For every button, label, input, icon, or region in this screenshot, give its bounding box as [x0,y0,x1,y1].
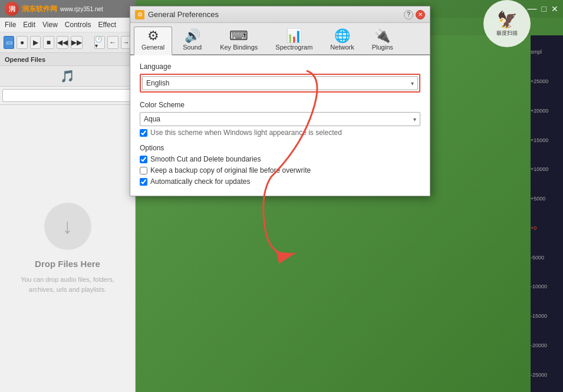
ruler-smpl: smpl [531,38,561,67]
options-label: Options [140,144,420,152]
menu-view[interactable]: View [42,21,58,29]
light-appearance-checkbox[interactable] [140,129,147,137]
music-note-icon: 🎵 [0,66,135,87]
option-checkbox-2[interactable] [140,178,147,186]
dialog-help-button[interactable]: ? [404,10,413,19]
app-menubar: File Edit View Controls Effect [0,18,135,32]
top-right-label: 极度扫描 [496,29,518,37]
win-maximize[interactable]: □ [542,4,546,14]
main-app: 润 润东软件网 www.rjzy351.net File Edit View C… [0,0,563,392]
btn-prev[interactable]: ◀◀ [57,36,68,49]
menu-controls[interactable]: Controls [65,21,91,29]
ruler-15000: +15000 [531,126,561,155]
general-tab-label: General [141,44,164,51]
options-section: Options Smooth Cut and Delete boundaries… [140,144,420,186]
app-toolbar: ▭ ● ▶ ■ ◀◀ ▶▶ 🕐▾ ← → [0,32,135,53]
ruler-n5000: -5000 [531,243,561,272]
language-arrow: ▾ [411,80,414,87]
logo-icon: 润 [5,2,19,16]
logo-text: 润东软件网 [22,4,57,14]
dialog-title: General Preferences [148,10,404,19]
option-label-0: Smooth Cut and Delete boundaries [150,155,261,163]
plugins-tab-icon: 🔌 [374,29,390,42]
dialog-controls: ? ✕ [404,10,425,19]
sound-tab-label: Sound [183,44,202,51]
ruler-n10000: -10000 [531,272,561,302]
search-bar [0,87,135,105]
tab-plugins[interactable]: 🔌 Plugins [364,27,401,54]
logo-subtext: www.rjzy351.net [60,6,103,12]
language-value: English [146,79,411,87]
ruler-5000: +5000 [531,185,561,214]
tab-general[interactable]: ⚙ General [134,27,172,55]
ruler-n25000: -25000 [531,360,561,390]
search-input[interactable] [2,89,133,102]
dialog-app-icon: ⚙ [135,10,144,19]
menu-effect[interactable]: Effect [98,21,116,29]
sound-tab-icon: 🔊 [185,29,200,42]
drop-desc: You can drop audio files, folders, archi… [12,275,123,294]
color-scheme-label: Color Scheme [140,101,420,109]
tab-network[interactable]: 🌐 Network [322,27,361,54]
ruler-20000: +20000 [531,97,561,126]
dialog-titlebar: ⚙ General Preferences ? ✕ [130,6,430,23]
btn-next[interactable]: ▶▶ [71,36,83,49]
language-box: English ▾ [140,74,420,93]
tab-sound[interactable]: 🔊 Sound [175,27,210,54]
btn-stop[interactable]: ■ [43,36,54,49]
tab-spectrogram[interactable]: 📊 Spectrogram [268,27,320,54]
opened-files-label: Opened Files [5,56,45,63]
win-close-main[interactable]: ✕ [551,4,558,14]
light-appearance-checkbox-row: Use this scheme when Windows light appea… [140,129,420,137]
drop-area: ↓ Drop Files Here You can drop audio fil… [0,105,135,392]
btn-record[interactable]: ● [17,36,27,49]
btn-play[interactable]: ▶ [30,36,41,49]
keybindings-tab-icon: ⌨ [229,29,248,42]
keybindings-tab-label: Key Bindings [220,44,258,51]
top-right-logo: 🦅 极度扫描 [483,0,531,47]
spectrogram-tab-label: Spectrogram [275,44,312,51]
color-scheme-select[interactable]: Aqua ▾ [140,112,420,126]
tab-keybindings[interactable]: ⌨ Key Bindings [212,27,265,54]
spectrogram-tab-icon: 📊 [286,29,302,42]
ruler-10000: +10000 [531,155,561,185]
option-row-0: Smooth Cut and Delete boundaries [140,155,420,163]
color-scheme-value: Aqua [144,115,413,123]
preferences-dialog: ⚙ General Preferences ? ✕ ⚙ General 🔊 So… [130,6,430,196]
ruler-0: +0 [531,214,561,243]
option-checkbox-1[interactable] [140,167,147,174]
ruler-n20000: -20000 [531,331,561,361]
option-row-1: Keep a backup copy of original file befo… [140,166,420,174]
dialog-content: Language English ▾ Color Scheme Aqua ▾ U… [130,55,430,196]
ruler-25000: +25000 [531,67,561,97]
opened-files-bar: Opened Files [0,53,135,66]
ruler-n15000: -15000 [531,302,561,331]
win-minimize[interactable]: — [528,4,537,14]
color-scheme-section: Color Scheme Aqua ▾ Use this scheme when… [140,101,420,137]
app-sidebar: File Edit View Controls Effect ▭ ● ▶ ■ ◀… [0,18,136,392]
option-label-1: Keep a backup copy of original file befo… [150,166,311,174]
dialog-close-button[interactable]: ✕ [416,10,425,19]
btn-history[interactable]: 🕐▾ [94,36,105,49]
option-checkbox-0[interactable] [140,156,147,163]
drop-title: Drop Files Here [35,259,100,269]
color-scheme-arrow: ▾ [413,116,416,123]
drop-icon: ↓ [44,203,91,250]
network-tab-icon: 🌐 [334,29,350,42]
menu-file[interactable]: File [5,21,16,29]
option-row-2: Automatically check for updates [140,177,420,186]
option-label-2: Automatically check for updates [150,177,250,186]
general-tab-icon: ⚙ [147,29,159,42]
language-select[interactable]: English ▾ [142,76,418,90]
top-left-logo: 润 润东软件网 www.rjzy351.net [0,0,136,18]
plugins-tab-label: Plugins [372,44,393,51]
language-section-label: Language [140,62,420,71]
menu-edit[interactable]: Edit [23,21,35,29]
network-tab-label: Network [330,44,354,51]
dialog-tabs: ⚙ General 🔊 Sound ⌨ Key Bindings 📊 Spect… [130,23,430,55]
btn-back-arrow[interactable]: ← [107,36,118,49]
waveform-ruler: smpl +25000 +20000 +15000 +10000 +5000 +… [531,35,563,392]
btn-rectangle[interactable]: ▭ [4,36,14,49]
light-appearance-label: Use this scheme when Windows light appea… [150,129,342,137]
